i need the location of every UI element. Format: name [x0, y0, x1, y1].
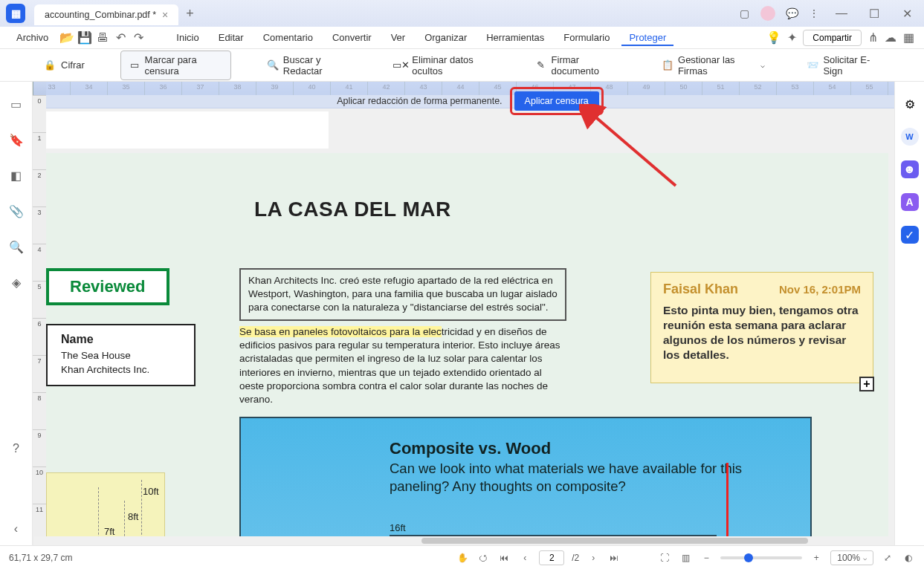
prev-page-icon[interactable]: ‹	[518, 551, 532, 565]
fit-width-icon[interactable]: ⛶	[658, 551, 671, 565]
second-paragraph[interactable]: Se basa en paneles fotovoltaicos para la…	[239, 325, 566, 406]
maximize-button[interactable]: ☐	[863, 2, 885, 25]
next-page-icon[interactable]: ›	[587, 551, 600, 565]
window-icon[interactable]: ▢	[738, 7, 750, 19]
comment-body: Esto pinta muy bien, tengamos otra reuni…	[663, 303, 861, 363]
comment-date: Nov 16, 2:01PM	[779, 283, 861, 296]
zoom-out-icon[interactable]: −	[700, 551, 713, 565]
open-icon[interactable]: 📂	[60, 31, 74, 45]
prev-page-edge	[46, 111, 329, 149]
thumbnails-icon[interactable]: ▭	[9, 97, 24, 111]
view-mode-icon[interactable]: ▥	[679, 551, 692, 565]
sky-title: Composite vs. Wood	[390, 439, 551, 458]
document-canvas[interactable]: 3334353637383940414243444546474849505152…	[33, 82, 894, 545]
doc-title: LA CASA DEL MAR	[254, 198, 873, 221]
annotation-arrow	[579, 104, 683, 193]
redaction-notice-bar: Aplicar redacción de forma permanente. A…	[46, 82, 894, 108]
settings-slider-icon[interactable]: ⚙	[901, 95, 919, 113]
sky-subtitle: Can we look into what materials we have …	[390, 460, 746, 495]
word-export-icon[interactable]: W	[901, 128, 919, 146]
tool-cifrar[interactable]: 🔒Cifrar	[37, 56, 91, 75]
page-total: /2	[572, 553, 579, 563]
tool-firmar[interactable]: ✎Firmar documento	[529, 51, 626, 79]
name-label: Name	[61, 333, 149, 346]
menu-comentario[interactable]: Comentario	[256, 29, 320, 46]
menu-herramientas[interactable]: Herramientas	[479, 29, 552, 46]
zoom-percent[interactable]: 100% ⌵	[830, 550, 873, 565]
search-icon[interactable]: 🔍	[9, 239, 24, 254]
reading-mode-icon[interactable]: ◐	[902, 551, 915, 565]
page-number-input[interactable]	[539, 550, 564, 565]
close-button[interactable]: ✕	[896, 2, 918, 25]
fit-page-icon[interactable]: ⤢	[881, 551, 894, 565]
check-icon[interactable]: ✓	[901, 226, 919, 244]
expand-icon[interactable]: +	[859, 377, 874, 391]
help-icon[interactable]: ?	[9, 441, 24, 456]
name-line2: Khan Architects Inc.	[61, 363, 149, 377]
tool-buscar-redactar[interactable]: 🔍Buscar y Redactar	[261, 51, 359, 79]
grid-icon[interactable]: ▦	[902, 31, 915, 45]
zoom-slider[interactable]	[720, 556, 802, 559]
hand-tool-icon[interactable]: ✋	[456, 551, 469, 565]
menu-editar[interactable]: Editar	[211, 29, 251, 46]
share-button[interactable]: Compartir	[803, 30, 862, 46]
cloud-icon[interactable]: ☁	[884, 31, 897, 45]
more-icon[interactable]: ⋮	[808, 7, 820, 19]
redact-icon: ▭	[129, 59, 140, 72]
tool-gestionar-firmas[interactable]: 📋Gestionar las Firmas⌵	[656, 51, 771, 79]
app-logo[interactable]: ▦	[6, 4, 25, 23]
left-sidebar: ▭ 🔖 ◧ 📎 🔍 ◈ ? ‹	[0, 82, 33, 545]
new-tab-button[interactable]: +	[186, 6, 194, 22]
account-icon[interactable]	[760, 6, 775, 21]
menu-convertir[interactable]: Convertir	[325, 29, 379, 46]
tab-title: accounting_Combinar.pdf *	[45, 10, 156, 20]
right-sidebar: ⚙ W ☻ A ✓	[894, 82, 924, 545]
layers-icon[interactable]: ◈	[9, 275, 24, 290]
ai-tool-icon[interactable]: A	[901, 193, 919, 211]
undo-icon[interactable]: ↶	[114, 31, 127, 45]
minimize-button[interactable]: —	[830, 2, 853, 25]
zoom-in-icon[interactable]: +	[810, 551, 823, 565]
bulb-icon[interactable]: 💡	[767, 31, 781, 45]
horizontal-scrollbar[interactable]	[34, 536, 894, 545]
tool-marcar-censura[interactable]: ▭Marcar para censura	[120, 51, 231, 80]
panel-icon[interactable]: ◧	[9, 168, 24, 183]
vertical-ruler: 01234567891011	[33, 95, 46, 545]
attachments-icon[interactable]: 📎	[9, 204, 24, 218]
chevron-down-icon: ⌵	[760, 61, 765, 69]
select-tool-icon[interactable]: ⭯	[476, 551, 490, 565]
sky-image-box: Composite vs. Wood Can we look into what…	[239, 417, 812, 545]
menu-organizar[interactable]: Organizar	[417, 29, 474, 46]
close-icon[interactable]: ×	[162, 9, 168, 21]
comment-note[interactable]: Faisal Khan Nov 16, 2:01PM Esto pinta mu…	[650, 272, 873, 383]
tool-eliminar-ocultos[interactable]: ▭✕Eliminar datos ocultos	[388, 51, 499, 79]
print-icon[interactable]: 🖶	[96, 31, 109, 45]
star-icon[interactable]: ✦	[785, 31, 798, 45]
menubar: Archivo 📂 💾 🖶 ↶ ↷ Inicio Editar Comentar…	[0, 27, 924, 49]
menu-formulario[interactable]: Formulario	[556, 29, 617, 46]
lock-icon: 🔒	[43, 59, 56, 72]
reviewed-stamp: Reviewed	[46, 268, 169, 305]
elevation-diagram: 10ft 8ft 7ft	[46, 443, 195, 545]
chat-icon[interactable]: 💬	[786, 7, 798, 19]
manage-sign-icon: 📋	[662, 59, 673, 72]
bookmarks-icon[interactable]: 🔖	[9, 132, 24, 147]
sign-icon: ✎	[535, 59, 547, 72]
document-tab[interactable]: accounting_Combinar.pdf * ×	[34, 4, 178, 25]
ai-chat-icon[interactable]: ☻	[901, 160, 919, 178]
menu-inicio[interactable]: Inicio	[169, 29, 206, 46]
menu-ver[interactable]: Ver	[384, 29, 413, 46]
share-nodes-icon[interactable]: ⋔	[866, 31, 879, 45]
pdf-page[interactable]: LA CASA DEL MAR Reviewed Name The Sea Ho…	[46, 153, 888, 545]
highlighted-text: Se basa en paneles fotovoltaicos para la…	[239, 326, 442, 337]
redo-icon[interactable]: ↷	[132, 31, 145, 45]
first-page-icon[interactable]: ⏮	[497, 551, 511, 565]
menu-file[interactable]: Archivo	[9, 29, 56, 46]
menu-proteger[interactable]: Proteger	[621, 29, 673, 46]
tool-esign[interactable]: 📨Solicitar E-Sign	[801, 51, 887, 79]
last-page-icon[interactable]: ⏭	[607, 551, 621, 565]
sky-dim-16: 16ft	[390, 522, 717, 536]
chevron-left-icon[interactable]: ‹	[9, 521, 24, 536]
save-icon[interactable]: 💾	[78, 31, 91, 45]
intro-paragraph[interactable]: Khan Architects Inc. creó este refugio a…	[239, 268, 566, 321]
